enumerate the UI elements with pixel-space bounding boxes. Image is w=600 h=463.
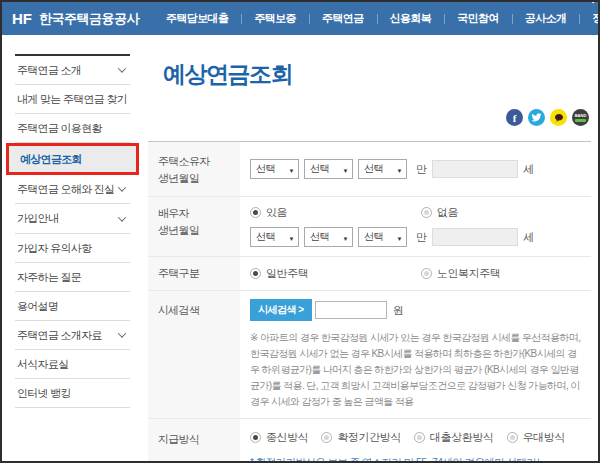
sidebar-item-glossary[interactable]: 용어설명 <box>15 292 130 321</box>
social-share-bar: f BAND <box>148 109 589 126</box>
form-row-payment-method: 지급방식 종신방식 확정기간방식 대출상환방식 우대방식 * 확정기간방식은 부… <box>148 419 591 461</box>
nav-item-info-disclosure[interactable]: 정보공개 <box>579 11 600 26</box>
spouse-age-suffix: 세 <box>524 230 535 245</box>
hf-logo-text: 한국주택금융공사 <box>39 10 139 28</box>
spouse-birth-month-select[interactable]: 선택 <box>304 227 353 247</box>
twitter-icon[interactable] <box>528 109 545 126</box>
sidebar-item-faq[interactable]: 자주하는 질문 <box>15 263 130 292</box>
radio-unselected-icon <box>421 268 432 279</box>
form-row-house-type: 주택구분 일반주택 노인복지주택 <box>148 257 591 291</box>
spouse-no-radio[interactable]: 없음 <box>421 205 458 220</box>
dropdown-arrow-icon <box>288 164 294 175</box>
owner-age-display <box>432 160 518 178</box>
top-navigation-bar: HF 한국주택금융공사 주택담보대출 주택보증 주택연금 신용회복 국민참여 공… <box>2 2 598 35</box>
spouse-birth-year-select[interactable]: 선택 <box>250 227 299 247</box>
chevron-down-icon <box>118 329 126 337</box>
dropdown-arrow-icon <box>342 232 348 243</box>
radio-unselected-icon <box>321 432 332 443</box>
main-content: 예상연금조회 f BAND 주택소유자 생년월일 선택 <box>142 35 598 461</box>
spouse-birth-day-select[interactable]: 선택 <box>358 227 407 247</box>
price-search-label: 시세검색 <box>148 291 240 418</box>
price-search-note: ※ 아파트의 경우 한국감정원 시세가 있는 경우 한국감정원 시세를 우선적용… <box>250 330 585 410</box>
radio-selected-icon <box>250 432 261 443</box>
spouse-birthdate-label: 배우자 생년월일 <box>148 197 240 256</box>
dropdown-arrow-icon <box>342 164 348 175</box>
spouse-age-display <box>432 228 518 246</box>
radio-unselected-icon <box>421 207 432 218</box>
nav-item-public-participation[interactable]: 국민참여 <box>444 11 512 26</box>
sidebar-menu: 주택연금 소개 내게 맞는 주택연금 찾기 주택연금 이용현황 예상연금조회 주… <box>15 54 130 408</box>
sidebar-item-subscriber-notes[interactable]: 가입자 유의사항 <box>15 234 130 263</box>
price-search-button[interactable]: 시세검색 > <box>250 299 312 321</box>
hf-logo-mark: HF <box>12 10 32 27</box>
nav-item-pension[interactable]: 주택연금 <box>309 11 377 26</box>
sidebar-item-forms-library[interactable]: 서식자료실 <box>15 350 130 379</box>
owner-age-suffix: 세 <box>524 162 535 177</box>
chevron-down-icon <box>118 184 126 192</box>
sidebar-item-usage-status[interactable]: 주택연금 이용현황 <box>15 114 130 143</box>
form-row-price-search: 시세검색 시세검색 > 원 ※ 아파트의 경우 한국감정원 시세가 있는 경우 … <box>148 291 591 419</box>
kakaotalk-icon[interactable] <box>550 109 567 126</box>
radio-selected-icon <box>250 207 261 218</box>
form-row-owner-birthdate: 주택소유자 생년월일 선택 선택 선택 만 세 <box>148 142 591 197</box>
nav-item-about[interactable]: 공사소개 <box>512 11 580 26</box>
chevron-down-icon <box>118 64 126 72</box>
payment-method-loan-repayment-radio[interactable]: 대출상환방식 <box>414 430 494 445</box>
payment-method-preferential-radio[interactable]: 우대방식 <box>507 430 565 445</box>
form-row-spouse-birthdate: 배우자 생년월일 있음 없음 선택 선택 선택 만 세 <box>148 197 591 257</box>
house-type-senior-welfare-radio[interactable]: 노인복지주택 <box>421 266 501 281</box>
sidebar-item-intro-materials[interactable]: 주택연금 소개자료 <box>15 321 130 350</box>
price-input[interactable] <box>315 301 387 319</box>
facebook-icon[interactable]: f <box>506 109 523 126</box>
sidebar-item-enrollment-guide[interactable]: 가입안내 <box>15 204 130 233</box>
chevron-down-icon <box>118 213 126 221</box>
spouse-age-prefix: 만 <box>416 230 427 245</box>
sidebar-item-internet-banking[interactable]: 인터넷 뱅킹 <box>15 379 130 408</box>
nav-item-mortgage[interactable]: 주택담보대출 <box>153 11 241 26</box>
top-menu: 주택담보대출 주택보증 주택연금 신용회복 국민참여 공사소개 정보공개 <box>153 2 600 35</box>
sidebar-item-find-my-pension[interactable]: 내게 맞는 주택연금 찾기 <box>15 85 130 114</box>
owner-birth-day-select[interactable]: 선택 <box>358 159 407 179</box>
nav-item-guarantee[interactable]: 주택보증 <box>241 11 309 26</box>
dropdown-arrow-icon <box>396 164 402 175</box>
radio-unselected-icon <box>414 432 425 443</box>
page-title: 예상연금조회 <box>163 59 591 90</box>
payment-method-fixed-term-radio[interactable]: 확정기간방식 <box>321 430 401 445</box>
owner-birth-year-select[interactable]: 선택 <box>250 159 299 179</box>
payment-method-label: 지급방식 <box>148 419 240 461</box>
sidebar: 주택연금 소개 내게 맞는 주택연금 찾기 주택연금 이용현황 예상연금조회 주… <box>2 35 142 461</box>
spouse-yes-radio[interactable]: 있음 <box>250 205 421 220</box>
dropdown-arrow-icon <box>396 232 402 243</box>
payment-method-lifetime-radio[interactable]: 종신방식 <box>250 430 308 445</box>
house-type-label: 주택구분 <box>148 257 240 290</box>
page-frame: HF 한국주택금융공사 주택담보대출 주택보증 주택연금 신용회복 국민참여 공… <box>0 0 600 463</box>
owner-birthdate-label: 주택소유자 생년월일 <box>148 142 240 196</box>
radio-selected-icon <box>250 268 261 279</box>
owner-birth-month-select[interactable]: 선택 <box>304 159 353 179</box>
dropdown-arrow-icon <box>288 232 294 243</box>
sidebar-item-expected-pension-inquiry[interactable]: 예상연금조회 <box>6 143 139 175</box>
sidebar-item-pension-intro[interactable]: 주택연금 소개 <box>15 56 130 85</box>
nav-item-credit-recovery[interactable]: 신용회복 <box>377 11 445 26</box>
payment-method-note: * 확정기간방식은 부부 중 연소자가 만 55~74세인 경우에만 선택가능 <box>250 456 585 461</box>
radio-unselected-icon <box>507 432 518 443</box>
sidebar-item-myths-and-truths[interactable]: 주택연금 오해와 진실 <box>15 175 130 204</box>
house-type-general-radio[interactable]: 일반주택 <box>250 266 421 281</box>
band-icon[interactable]: BAND <box>572 109 589 126</box>
hf-logo[interactable]: HF 한국주택금융공사 <box>12 10 139 28</box>
owner-age-prefix: 만 <box>416 162 427 177</box>
price-unit: 원 <box>393 303 404 318</box>
pension-inquiry-form: 주택소유자 생년월일 선택 선택 선택 만 세 배우자 생년월일 <box>148 141 591 461</box>
